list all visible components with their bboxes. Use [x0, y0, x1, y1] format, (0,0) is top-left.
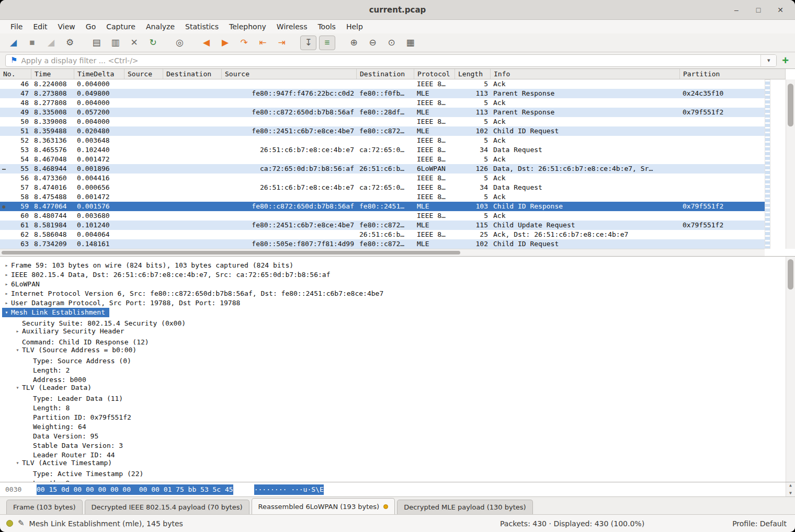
- bytes-tab-reassembled-6lowpan-193-bytes[interactable]: Reassembled 6LoWPAN (193 bytes): [252, 498, 395, 514]
- expander-collapsed-icon[interactable]: ▸: [13, 327, 22, 336]
- column-header-protocol[interactable]: Protocol: [414, 69, 455, 79]
- column-header-source[interactable]: Source: [124, 69, 163, 79]
- expander-collapsed-icon[interactable]: ▸: [2, 270, 11, 280]
- packet-row-53[interactable]: 538.4655760.10244026:51:c6:b7:e8:ce:4b:e…: [0, 145, 765, 155]
- scroll-up-icon[interactable]: ▲: [789, 483, 792, 488]
- column-header-time[interactable]: Time: [31, 69, 74, 79]
- filter-bookmark-icon[interactable]: ⚑: [10, 56, 17, 64]
- column-header-timedelta[interactable]: TimeDelta: [74, 69, 124, 79]
- packet-row-52[interactable]: 528.3631360.003648IEEE 8…5Ack: [0, 136, 765, 145]
- stop-capture-button[interactable]: ■: [24, 36, 40, 50]
- title-bar[interactable]: current.pcap –□✕: [0, 0, 795, 20]
- packet-row-50[interactable]: 508.3390080.004000IEEE 8…5Ack: [0, 117, 765, 126]
- packet-row-54[interactable]: 548.4670480.001472IEEE 8…5Ack: [0, 155, 765, 164]
- packet-row-51[interactable]: 518.3594880.020480fe80::2451:c6b7:e8ce:4…: [0, 126, 765, 136]
- add-filter-button[interactable]: +: [781, 55, 790, 66]
- go-back-button[interactable]: ◀: [198, 36, 214, 50]
- detail-row[interactable]: Security Suite: 802.15.4 Security (0x00): [0, 317, 786, 326]
- detail-row[interactable]: ▾Mesh Link Establishment: [0, 307, 786, 317]
- details-vscrollbar[interactable]: [786, 257, 795, 482]
- colorize-button[interactable]: ≡: [319, 36, 335, 50]
- bytes-tab-decrypted-mle-payload-130-bytes[interactable]: Decrypted MLE payload (130 bytes): [397, 500, 532, 514]
- restart-capture-button[interactable]: ◢: [43, 36, 59, 50]
- detail-row[interactable]: ▸IEEE 802.15.4 Data, Dst: 26:51:c6:b7:e8…: [0, 270, 786, 279]
- details-vscrollbar-thumb[interactable]: [788, 259, 793, 290]
- packet-row-46[interactable]: 468.2240080.004000IEEE 8…5Ack: [0, 79, 765, 89]
- find-packet-button[interactable]: ◎: [172, 36, 188, 50]
- detail-row[interactable]: Data Version: 95: [0, 430, 786, 439]
- column-header-destination[interactable]: Destination: [163, 69, 222, 79]
- column-header-no[interactable]: No.: [0, 69, 31, 79]
- filter-dropdown-button[interactable]: ▾: [760, 55, 776, 66]
- column-header-source[interactable]: Source: [222, 69, 357, 79]
- bytes-vscrollbar[interactable]: ▲ ▼: [786, 482, 795, 496]
- expander-collapsed-icon[interactable]: ▸: [2, 298, 11, 308]
- packet-list-hscrollbar-thumb[interactable]: [2, 251, 460, 255]
- menu-capture[interactable]: Capture: [101, 21, 141, 32]
- detail-row[interactable]: Stable Data Version: 3: [0, 439, 786, 448]
- expander-collapsed-icon[interactable]: ▸: [2, 280, 11, 289]
- display-filter-input[interactable]: [20, 56, 760, 65]
- hex-row[interactable]: 003000 15 0d 00 00 00 00 00 00 00 01 75 …: [5, 484, 786, 495]
- detail-row[interactable]: ▸Frame 59: 103 bytes on wire (824 bits),…: [0, 260, 786, 270]
- go-first-button[interactable]: ⇤: [255, 36, 271, 50]
- menu-telephony[interactable]: Telephony: [224, 21, 271, 32]
- bytes-tab-decrypted-ieee-802-15-4-payload-70-bytes[interactable]: Decrypted IEEE 802.15.4 payload (70 byte…: [85, 500, 249, 514]
- detail-row[interactable]: ▸Auxiliary Security Header: [0, 326, 786, 336]
- menu-tools[interactable]: Tools: [312, 21, 341, 32]
- packet-row-48[interactable]: 488.2778080.004000IEEE 8…5Ack: [0, 98, 765, 108]
- packet-row-55[interactable]: 558.4689440.001896ca:72:65:0d:b7:b8:56:a…: [0, 164, 765, 174]
- zoom-out-button[interactable]: ⊖: [365, 36, 381, 50]
- expander-expanded-icon[interactable]: ▾: [13, 345, 22, 355]
- packet-list-minimap[interactable]: [765, 79, 770, 249]
- packet-row-63[interactable]: 638.7342090.148161fe80::505e:f807:7f81:4…: [0, 239, 765, 249]
- detail-row[interactable]: ▸6LoWPAN: [0, 279, 786, 288]
- expander-collapsed-icon[interactable]: ▸: [2, 289, 11, 298]
- column-header-info[interactable]: Info: [491, 69, 680, 79]
- detail-row[interactable]: ▾TLV (Leader Data): [0, 383, 786, 392]
- menu-file[interactable]: File: [5, 21, 28, 32]
- detail-row[interactable]: Type: Active Timestamp (22): [0, 467, 786, 477]
- column-header-length[interactable]: Length: [455, 69, 491, 79]
- menu-view[interactable]: View: [53, 21, 81, 32]
- detail-row[interactable]: Leader Router ID: 44: [0, 448, 786, 458]
- expert-info-icon[interactable]: [6, 520, 13, 527]
- column-header-partition[interactable]: Partition: [680, 69, 786, 79]
- packet-row-62[interactable]: 628.5860480.00406426:51:c6:b…IEEE 8…25Ac…: [0, 230, 765, 239]
- menu-go[interactable]: Go: [81, 21, 101, 32]
- save-file-button[interactable]: ▥: [107, 36, 123, 50]
- detail-row[interactable]: Type: Leader Data (11): [0, 392, 786, 401]
- auto-scroll-button[interactable]: ↧: [300, 36, 316, 50]
- menu-statistics[interactable]: Statistics: [180, 21, 224, 32]
- detail-row[interactable]: ▸User Datagram Protocol, Src Port: 19788…: [0, 298, 786, 307]
- packet-row-49[interactable]: 498.3350080.057200fe80::c872:650d:b7b8:5…: [0, 108, 765, 117]
- capture-options-button[interactable]: ⚙: [62, 36, 78, 50]
- packet-row-57[interactable]: 578.4740160.00065626:51:c6:b7:e8:ce:4b:e…: [0, 183, 765, 192]
- expander-collapsed-icon[interactable]: ▸: [2, 261, 11, 270]
- go-last-button[interactable]: ⇥: [274, 36, 290, 50]
- scroll-down-icon[interactable]: ▼: [789, 491, 792, 496]
- go-to-packet-button[interactable]: ↷: [236, 36, 252, 50]
- packet-row-47[interactable]: 478.2738080.049800fe80::947f:f476:22bc:c…: [0, 89, 765, 98]
- expander-expanded-icon[interactable]: ▾: [13, 383, 22, 392]
- menu-wireless[interactable]: Wireless: [271, 21, 313, 32]
- menu-analyze[interactable]: Analyze: [141, 21, 180, 32]
- detail-row[interactable]: Address: b000: [0, 373, 786, 383]
- expander-expanded-icon[interactable]: ▾: [13, 458, 22, 468]
- packet-row-58[interactable]: 588.4754880.001472IEEE 8…5Ack: [0, 192, 765, 202]
- menu-help[interactable]: Help: [341, 21, 368, 32]
- open-file-button[interactable]: ▤: [88, 36, 105, 50]
- detail-row[interactable]: Type: Source Address (0): [0, 354, 786, 364]
- menu-edit[interactable]: Edit: [28, 21, 52, 32]
- start-capture-button[interactable]: ◢: [5, 36, 21, 50]
- packet-row-56[interactable]: 568.4733600.004416IEEE 8…5Ack: [0, 174, 765, 183]
- packet-list-vscrollbar-thumb[interactable]: [788, 84, 793, 126]
- minimize-button[interactable]: –: [730, 4, 743, 16]
- status-profile[interactable]: Profile: Default: [732, 519, 787, 528]
- detail-row[interactable]: ▸Internet Protocol Version 6, Src: fe80:…: [0, 288, 786, 298]
- packet-row-60[interactable]: 608.4807440.003680IEEE 8…5Ack: [0, 211, 765, 221]
- expander-expanded-icon[interactable]: ▾: [2, 308, 11, 317]
- packet-list-vscrollbar[interactable]: [786, 79, 795, 249]
- detail-row[interactable]: ▾TLV (Source Address = b0:00): [0, 345, 786, 354]
- packet-row-61[interactable]: 618.5819840.101240fe80::2451:c6b7:e8ce:4…: [0, 221, 765, 230]
